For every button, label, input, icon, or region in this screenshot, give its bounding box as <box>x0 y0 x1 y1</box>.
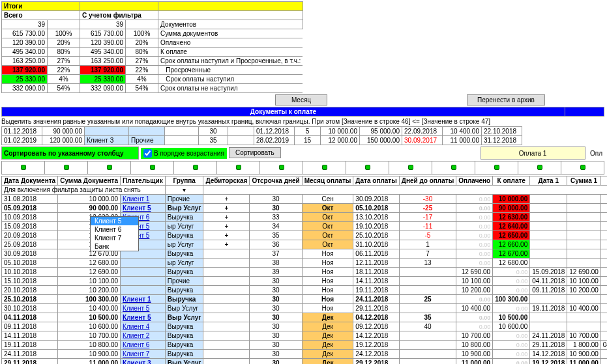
column-header[interactable]: Месяц оплаты <box>302 176 353 186</box>
payer-cell[interactable] <box>121 286 166 295</box>
dropdown-item[interactable]: Клиент 6 <box>91 225 138 234</box>
dot-icon <box>580 165 585 170</box>
archive-button[interactable]: Перенести в архив <box>467 94 545 105</box>
column-dot[interactable] <box>518 161 561 175</box>
pay1-label: Оплата 1 <box>481 147 585 160</box>
dot-icon <box>21 165 26 170</box>
payer-cell[interactable]: Клиент 5 <box>121 204 166 213</box>
payer-dropdown[interactable]: Клиент 5Клиент 6Клиент 7Банк <box>90 216 139 251</box>
column-dot[interactable] <box>346 161 389 175</box>
dropdown-item[interactable]: Банк <box>91 242 138 251</box>
payer-cell[interactable]: Клиент 2 <box>121 331 166 341</box>
column-header[interactable]: К оплате <box>493 176 530 186</box>
totals-table: Итоги Всего С учетом фильтра 39 39 Докум… <box>1 1 303 93</box>
column-dot[interactable] <box>88 161 131 175</box>
table-row[interactable]: 14.11.201810 700.00Клиент 2Выручка30Дек1… <box>2 331 608 341</box>
dot-icon <box>236 165 241 170</box>
asc-checkbox[interactable]: В порядке возрастания <box>141 148 227 159</box>
column-dot[interactable] <box>432 161 475 175</box>
column-dot[interactable] <box>174 161 217 175</box>
dropdown-item[interactable]: Клиент 7 <box>91 234 138 242</box>
dot-icon <box>408 165 413 170</box>
column-header[interactable]: Плательщик <box>121 176 166 186</box>
table-row[interactable]: 10.10.201812 690.00Выручка39Ноя18.11.201… <box>2 268 608 277</box>
column-header[interactable]: Дата оплаты <box>353 176 399 186</box>
column-dot[interactable] <box>561 161 604 175</box>
payer-cell[interactable] <box>121 268 166 277</box>
sort-button[interactable]: Сортировать <box>229 147 281 158</box>
dot-icon <box>279 165 284 170</box>
payer-cell[interactable]: Клиент 3 <box>121 359 166 365</box>
data-table: Дата ДокументаСумма ДокументаПлательщикГ… <box>1 176 607 364</box>
column-header[interactable]: Сумма Документа <box>58 176 121 186</box>
payer-cell[interactable]: Клиент 6 <box>121 341 166 350</box>
col-all: Всего <box>2 11 80 20</box>
table-row[interactable]: 24.11.201810 900.00Клиент 7Выручка30Дек2… <box>2 350 608 359</box>
month-button[interactable]: Месяц <box>275 94 327 105</box>
column-dot[interactable] <box>217 161 260 175</box>
table-row[interactable]: 09.11.201810 600.00Клиент 4Выручка30Дек0… <box>2 322 608 331</box>
dot-icon <box>494 165 499 170</box>
column-header[interactable]: Дебиторская <box>203 176 250 186</box>
column-header[interactable]: Дата Документа <box>2 176 58 186</box>
column-dot[interactable] <box>260 161 303 175</box>
dot-icon <box>322 165 327 170</box>
col-filtered: С учетом фильтра <box>80 11 158 20</box>
column-dot[interactable] <box>2 161 45 175</box>
payer-cell[interactable]: Клиент 5 <box>121 304 166 313</box>
column-dot[interactable] <box>45 161 88 175</box>
payer-cell[interactable]: Клиент 5 <box>121 313 166 322</box>
table-row[interactable]: 31.08.201810 000.00Клиент 1Прочие+30Сен3… <box>2 195 608 204</box>
column-header[interactable]: Оплачено <box>456 176 493 186</box>
column-dot[interactable] <box>131 161 174 175</box>
dot-icon <box>107 165 112 170</box>
column-header[interactable]: Дата 1 <box>530 176 567 186</box>
column-header[interactable]: Дней до оплаты <box>399 176 456 186</box>
table-row[interactable]: 05.10.201812 680.00ыр Услуг38Ноя12.11.20… <box>2 259 608 268</box>
dot-icon <box>537 165 542 170</box>
dropdown-item[interactable]: Клиент 5 <box>91 217 138 225</box>
payer-cell[interactable] <box>121 259 166 268</box>
section-title: Документы к оплате <box>2 107 565 117</box>
table-row[interactable]: 15.10.201810 100.00Прочие30Ноя14.11.2018… <box>2 277 608 286</box>
dot-icon <box>365 165 370 170</box>
column-header[interactable]: Отсрочка дней <box>250 176 302 186</box>
column-header[interactable]: Дата 2 <box>600 176 607 186</box>
column-selector-row <box>1 161 604 175</box>
table-row[interactable]: 04.11.201810 500.00Клиент 5Выр Услуг30Де… <box>2 313 608 322</box>
table-row[interactable]: 19.11.201810 800.00Клиент 6Выручка30Дек1… <box>2 341 608 350</box>
payer-cell[interactable]: Клиент 1 <box>121 195 166 204</box>
column-dot[interactable] <box>389 161 432 175</box>
payer-cell[interactable] <box>121 277 166 286</box>
table-row[interactable]: 30.10.201810 400.00Клиент 5Выр Услуг30Но… <box>2 304 608 313</box>
column-header[interactable]: Сумма 1 <box>567 176 601 186</box>
column-dot[interactable] <box>475 161 518 175</box>
dot-icon <box>451 165 456 170</box>
totals-title: Итоги <box>2 2 80 11</box>
table-row[interactable]: 25.10.2018100 300.00Клиент 1Выручка30Ноя… <box>2 295 608 304</box>
dot-icon <box>150 165 155 170</box>
filter-table: 01.12.201890 000.003001.12.2018510 000.0… <box>1 126 522 145</box>
payer-cell[interactable]: Клиент 4 <box>121 322 166 331</box>
payer-cell[interactable]: Клиент 7 <box>121 350 166 359</box>
table-row[interactable]: 29.11.201811 000.00Клиент 3Выр Услуг30Де… <box>2 359 608 365</box>
dot-icon <box>193 165 198 170</box>
sort-label: Сортировать по указанному столбцу <box>2 147 139 160</box>
payer-cell[interactable]: Клиент 1 <box>121 295 166 304</box>
dot-icon <box>64 165 69 170</box>
table-row[interactable]: 05.09.201890 000.00Клиент 5Выр Услуг+30О… <box>2 204 608 213</box>
column-header[interactable]: Группа <box>165 176 203 186</box>
column-dot[interactable] <box>303 161 346 175</box>
filter-hint: Выделить значения равные указанным или п… <box>1 118 606 125</box>
table-row[interactable]: 20.10.201810 200.00Выручка30Ноя19.11.201… <box>2 286 608 295</box>
